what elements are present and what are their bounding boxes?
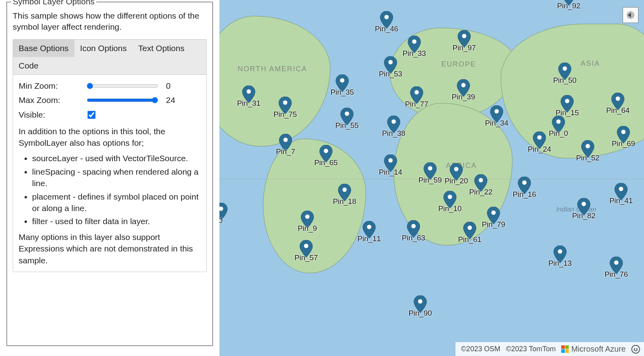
map-pin[interactable]: Pin_55 [340, 108, 354, 125]
svg-point-32 [492, 211, 496, 215]
map-pin[interactable]: Pin_16 [518, 177, 531, 194]
map-pin[interactable]: Pin_22 [474, 174, 488, 192]
map-pin-label: Pin_22 [469, 188, 492, 196]
svg-point-40 [418, 299, 423, 304]
svg-point-26 [522, 181, 527, 185]
map-pin[interactable]: Pin_38 [387, 116, 400, 133]
map-pin[interactable]: Pin_9 [301, 211, 314, 228]
tab-code[interactable]: Code [13, 57, 206, 74]
map-pin[interactable]: Pin_14 [384, 154, 397, 172]
map-pin-label: Pin_14 [379, 168, 402, 177]
svg-point-14 [345, 112, 349, 116]
map-pin-label: Pin_64 [606, 106, 629, 115]
map-pin[interactable]: Pin_97 [457, 30, 471, 48]
min-zoom-label: Min Zoom: [19, 81, 86, 91]
map-pin[interactable]: Pin_24 [533, 131, 546, 149]
option-max-zoom-row: Max Zoom: 24 [19, 95, 201, 105]
map-pin-label: 40 [219, 216, 223, 225]
map-pin[interactable]: 40 [219, 203, 228, 220]
map-pin[interactable]: Pin_15 [560, 95, 574, 112]
map-pin[interactable]: Pin_77 [410, 86, 423, 104]
map-pin-label: Pin_63 [402, 234, 425, 242]
map-pin[interactable]: Pin_20 [450, 163, 463, 181]
svg-point-27 [619, 187, 623, 191]
map-pin[interactable]: Pin_64 [611, 93, 625, 110]
svg-point-4 [389, 60, 393, 65]
svg-point-37 [304, 244, 309, 248]
svg-point-3 [412, 40, 417, 44]
map-pin-label: Pin_50 [553, 76, 576, 85]
svg-point-2 [462, 34, 467, 38]
svg-point-18 [537, 135, 542, 140]
svg-point-5 [563, 67, 567, 71]
map-pin[interactable]: Pin_69 [617, 126, 630, 143]
map-pin[interactable]: Pin_75 [278, 97, 292, 114]
feedback-icon[interactable] [631, 345, 640, 354]
map-pin-label: Pin_75 [273, 110, 297, 119]
map-pin[interactable]: Pin_52 [581, 140, 594, 158]
svg-point-33 [305, 215, 310, 219]
option-visible-row: Visible: [19, 110, 201, 120]
options-tabbox: Base Options Icon Options Text Options C… [13, 39, 207, 272]
map-pin[interactable]: Pin_7 [279, 134, 292, 151]
min-zoom-slider[interactable] [87, 83, 158, 89]
svg-point-13 [495, 109, 499, 114]
map-pin[interactable]: Pin_92 [562, 0, 575, 6]
map-pin[interactable]: Pin_61 [463, 222, 476, 239]
map-pin[interactable]: Pin_35 [335, 74, 349, 92]
map-pin[interactable]: Pin_50 [558, 63, 572, 80]
map-pin[interactable]: Pin_59 [423, 162, 437, 180]
map-pin[interactable]: Pin_0 [552, 116, 565, 133]
svg-point-19 [284, 138, 288, 142]
map-pin[interactable]: Pin_90 [413, 295, 427, 313]
map-pin-label: Pin_35 [330, 88, 354, 97]
svg-point-34 [412, 224, 416, 228]
tab-icon-options[interactable]: Icon Options [74, 40, 133, 57]
map-pin-label: Pin_34 [485, 119, 508, 128]
map-pin[interactable]: Pin_10 [443, 191, 457, 208]
chevron-left-icon [627, 11, 634, 19]
visible-checkbox[interactable] [88, 111, 95, 119]
map-pin[interactable]: Pin_41 [614, 183, 628, 200]
map-pin-label: Pin_97 [452, 44, 476, 52]
map-style-picker-button[interactable] [623, 7, 638, 23]
azure-map[interactable]: ©2023 OSM ©2023 TomTom Microsoft Azure N… [219, 0, 644, 356]
map-pin[interactable]: Pin_79 [487, 207, 500, 224]
map-pin-label: Pin_82 [572, 211, 595, 220]
panel-description: This sample shows how the different opti… [13, 10, 207, 33]
min-zoom-value: 0 [166, 81, 178, 91]
options-tabbar: Base Options Icon Options Text Options C… [13, 40, 206, 75]
map-pin-label: Pin_18 [333, 197, 356, 206]
tab-text-options[interactable]: Text Options [133, 40, 191, 57]
map-pin[interactable]: Pin_57 [299, 240, 313, 257]
map-pin[interactable]: Pin_11 [362, 221, 376, 238]
attribution-tomtom: ©2023 TomTom [506, 345, 556, 353]
map-pin-label: Pin_0 [549, 129, 568, 138]
map-pin[interactable]: Pin_63 [407, 220, 420, 238]
bullet-placement: placement - defines if symbol placed on … [32, 191, 201, 214]
map-pin-label: Pin_77 [405, 100, 428, 109]
map-pin-label: Pin_16 [513, 190, 536, 199]
tab-body-base-options: Min Zoom: 0 Max Zoom: 24 Visible: In add… [13, 75, 206, 272]
svg-point-7 [461, 83, 466, 88]
map-pin[interactable]: Pin_82 [577, 198, 591, 215]
map-pin[interactable]: Pin_33 [408, 36, 421, 53]
map-pin-label: Pin_41 [609, 196, 633, 205]
svg-point-12 [283, 101, 288, 105]
tab-base-options[interactable]: Base Options [13, 40, 74, 57]
map-pin[interactable]: Pin_34 [490, 105, 503, 123]
map-pin-label: Pin_53 [379, 70, 402, 78]
map-pin[interactable]: Pin_39 [457, 79, 470, 97]
map-pin[interactable]: Pin_46 [380, 11, 393, 29]
map-pin[interactable]: Pin_65 [319, 145, 333, 162]
map-pin[interactable]: Pin_13 [553, 246, 567, 263]
max-zoom-value: 24 [166, 95, 178, 105]
attribution-brand: Microsoft Azure [571, 345, 626, 354]
max-zoom-slider[interactable] [87, 97, 158, 103]
map-pin[interactable]: Pin_76 [610, 257, 623, 274]
map-pin[interactable]: Pin_53 [384, 56, 397, 74]
svg-point-21 [324, 149, 328, 153]
map-pin[interactable]: Pin_31 [242, 86, 255, 103]
map-pin[interactable]: Pin_18 [338, 184, 351, 201]
map-pin-label: Pin_7 [276, 147, 295, 156]
